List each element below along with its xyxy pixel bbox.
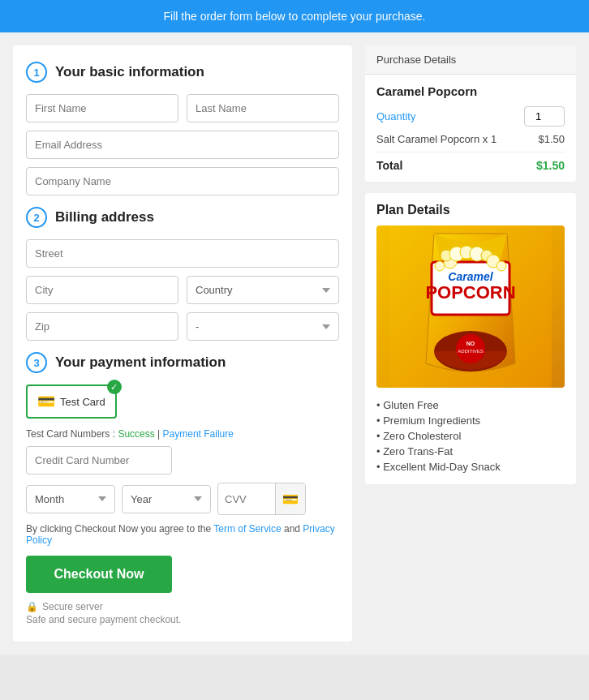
safe-text: Safe and secure payment checkout. (26, 614, 339, 625)
total-row: Total $1.50 (376, 159, 565, 172)
year-select[interactable]: Year 2024 2025 2026 2027 2028 (122, 485, 211, 513)
cvv-card-icon: 💳 (275, 483, 305, 514)
company-input[interactable] (26, 167, 339, 195)
page-wrapper: Fill the order form below to complete yo… (0, 0, 589, 700)
svg-point-15 (435, 261, 445, 271)
cc-number-row (26, 446, 339, 475)
feature-item: Premium Ingredients (376, 413, 565, 428)
plan-title: Plan Details (376, 203, 565, 217)
last-name-input[interactable] (187, 94, 339, 122)
name-row (26, 94, 339, 122)
success-link[interactable]: Success (118, 428, 154, 440)
zip-input[interactable] (26, 312, 178, 341)
svg-text:ADDITIVES: ADDITIVES (458, 349, 484, 354)
right-panel: Purchase Details Caramel Popcorn Quantit… (365, 45, 576, 642)
purchase-details: Purchase Details Caramel Popcorn Quantit… (365, 45, 576, 182)
card-option[interactable]: 💳 Test Card ✓ (26, 384, 117, 419)
product-line: Salt Caramel Popcorn x 1 (376, 133, 497, 145)
secure-label: Secure server (42, 601, 103, 612)
total-label: Total (376, 159, 402, 172)
cc-number-input[interactable] (26, 446, 172, 475)
banner-text: Fill the order form below to complete yo… (164, 10, 426, 23)
cvv-input[interactable] (218, 486, 275, 513)
svg-text:POPCORN: POPCORN (425, 282, 515, 303)
card-check-icon: ✓ (107, 380, 122, 394)
email-input[interactable] (26, 131, 339, 159)
checkout-button[interactable]: Checkout Now (26, 556, 172, 593)
section1-title: 1 Your basic information (26, 62, 339, 83)
plan-details: Plan Details (365, 193, 576, 484)
card-icon: 💳 (37, 393, 55, 410)
secure-row: 🔒 Secure server (26, 601, 339, 612)
feature-item: Excellent Mid-Day Snack (376, 459, 565, 475)
lock-icon: 🔒 (26, 601, 38, 612)
terms-link[interactable]: Term of Service (213, 523, 281, 535)
top-banner: Fill the order form below to complete yo… (0, 0, 589, 32)
first-name-input[interactable] (26, 94, 178, 122)
step2-circle: 2 (26, 207, 47, 228)
product-price: $1.50 (538, 133, 565, 145)
step1-circle: 1 (26, 62, 47, 83)
quantity-label: Quantity (376, 110, 415, 122)
email-row (26, 131, 339, 159)
product-name: Caramel Popcorn (376, 84, 565, 98)
purchase-body: Caramel Popcorn Quantity Salt Caramel Po… (365, 75, 576, 182)
svg-text:Caramel: Caramel (448, 270, 493, 283)
street-input[interactable] (26, 239, 339, 268)
section3-title: 3 Your payment information (26, 352, 339, 373)
main-content: 1 Your basic information 2 Billing addr (0, 32, 589, 655)
quantity-row: Quantity (376, 106, 565, 127)
purchase-header: Purchase Details (365, 45, 576, 75)
feature-item: Zero Cholesterol (376, 428, 565, 444)
section2-title: 2 Billing address (26, 207, 339, 228)
cvv-wrapper: 💳 (217, 483, 306, 515)
test-numbers-text: Test Card Numbers : Success | Payment Fa… (26, 428, 339, 440)
popcorn-image: Caramel POPCORN NO ADDITIVES (376, 225, 565, 388)
payment-selects-row: Month 01 02 03 04 05 06 07 08 09 10 11 1… (26, 483, 339, 515)
quantity-input[interactable] (524, 106, 565, 127)
product-row: Salt Caramel Popcorn x 1 $1.50 (376, 133, 565, 152)
form-section: 1 Your basic information 2 Billing addr (13, 45, 352, 642)
features-list: Gluten Free Premium Ingredients Zero Cho… (376, 397, 565, 475)
popcorn-svg: Caramel POPCORN NO ADDITIVES (389, 225, 552, 388)
feature-item: Zero Trans-Fat (376, 444, 565, 459)
state-select[interactable]: - (187, 312, 339, 341)
failure-link[interactable]: Payment Failure (163, 428, 234, 440)
svg-text:NO: NO (466, 341, 475, 346)
svg-point-16 (497, 261, 506, 271)
month-select[interactable]: Month 01 02 03 04 05 06 07 08 09 10 11 1… (26, 485, 115, 513)
card-label: Test Card (60, 396, 105, 408)
city-country-row: Country United States Canada United King… (26, 276, 339, 304)
step3-circle: 3 (26, 352, 47, 373)
zip-state-row: - (26, 312, 339, 341)
street-row (26, 239, 339, 268)
terms-text: By clicking Checkout Now you agree to th… (26, 523, 339, 546)
total-amount: $1.50 (536, 159, 565, 172)
city-input[interactable] (26, 276, 178, 304)
country-select[interactable]: Country United States Canada United King… (187, 276, 339, 304)
feature-item: Gluten Free (376, 397, 565, 413)
company-row (26, 167, 339, 195)
